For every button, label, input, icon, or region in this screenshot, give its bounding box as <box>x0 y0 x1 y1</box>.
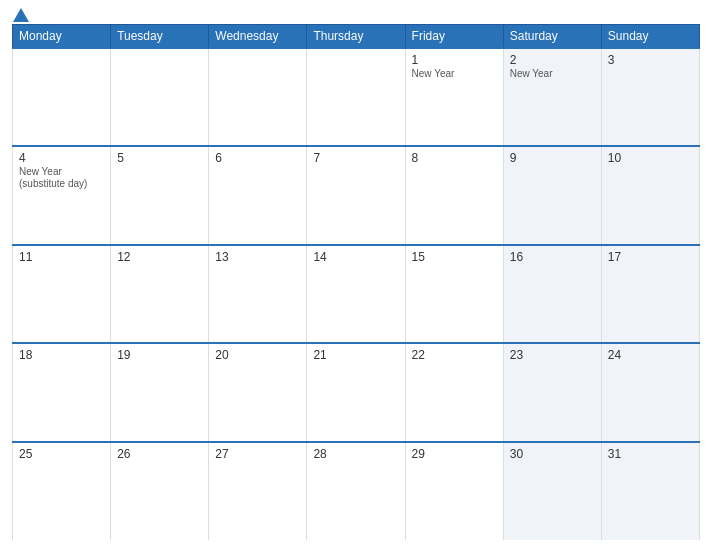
event-label: New Year <box>510 68 595 79</box>
day-number: 24 <box>608 348 693 362</box>
calendar-cell <box>111 48 209 146</box>
weekday-header-wednesday: Wednesday <box>209 25 307 49</box>
calendar-cell: 7 <box>307 146 405 244</box>
day-number: 17 <box>608 250 693 264</box>
day-number: 25 <box>19 447 104 461</box>
calendar-cell: 19 <box>111 343 209 441</box>
weekday-header-thursday: Thursday <box>307 25 405 49</box>
header <box>12 10 700 20</box>
day-number: 1 <box>412 53 497 67</box>
day-number: 26 <box>117 447 202 461</box>
week-row-1: 1New Year2New Year3 <box>13 48 700 146</box>
logo-triangle-icon <box>13 8 29 22</box>
calendar-table: MondayTuesdayWednesdayThursdayFridaySatu… <box>12 24 700 540</box>
day-number: 27 <box>215 447 300 461</box>
day-number: 23 <box>510 348 595 362</box>
calendar-cell: 20 <box>209 343 307 441</box>
calendar-cell: 23 <box>503 343 601 441</box>
day-number: 18 <box>19 348 104 362</box>
day-number: 7 <box>313 151 398 165</box>
event-label: (substitute day) <box>19 178 104 189</box>
logo <box>12 10 29 20</box>
day-number: 2 <box>510 53 595 67</box>
day-number: 28 <box>313 447 398 461</box>
calendar-cell <box>209 48 307 146</box>
calendar-cell: 24 <box>601 343 699 441</box>
weekday-header-monday: Monday <box>13 25 111 49</box>
day-number: 20 <box>215 348 300 362</box>
day-number: 31 <box>608 447 693 461</box>
calendar-cell: 31 <box>601 442 699 540</box>
day-number: 22 <box>412 348 497 362</box>
calendar-cell: 25 <box>13 442 111 540</box>
calendar-cell <box>307 48 405 146</box>
weekday-header-sunday: Sunday <box>601 25 699 49</box>
calendar-cell: 13 <box>209 245 307 343</box>
calendar-cell: 16 <box>503 245 601 343</box>
logo-line1 <box>12 10 29 22</box>
calendar-page: MondayTuesdayWednesdayThursdayFridaySatu… <box>0 0 712 550</box>
week-row-2: 4New Year(substitute day)5678910 <box>13 146 700 244</box>
calendar-cell: 11 <box>13 245 111 343</box>
calendar-cell <box>13 48 111 146</box>
day-number: 5 <box>117 151 202 165</box>
calendar-header: MondayTuesdayWednesdayThursdayFridaySatu… <box>13 25 700 49</box>
calendar-cell: 1New Year <box>405 48 503 146</box>
calendar-cell: 30 <box>503 442 601 540</box>
calendar-cell: 6 <box>209 146 307 244</box>
day-number: 16 <box>510 250 595 264</box>
day-number: 3 <box>608 53 693 67</box>
day-number: 29 <box>412 447 497 461</box>
calendar-cell: 22 <box>405 343 503 441</box>
weekday-header-saturday: Saturday <box>503 25 601 49</box>
day-number: 10 <box>608 151 693 165</box>
calendar-cell: 21 <box>307 343 405 441</box>
calendar-cell: 3 <box>601 48 699 146</box>
day-number: 12 <box>117 250 202 264</box>
weekday-header-tuesday: Tuesday <box>111 25 209 49</box>
week-row-3: 11121314151617 <box>13 245 700 343</box>
day-number: 8 <box>412 151 497 165</box>
calendar-cell: 8 <box>405 146 503 244</box>
day-number: 15 <box>412 250 497 264</box>
calendar-cell: 26 <box>111 442 209 540</box>
weekday-header-friday: Friday <box>405 25 503 49</box>
day-number: 13 <box>215 250 300 264</box>
calendar-cell: 14 <box>307 245 405 343</box>
day-number: 30 <box>510 447 595 461</box>
day-number: 21 <box>313 348 398 362</box>
calendar-cell: 15 <box>405 245 503 343</box>
day-number: 11 <box>19 250 104 264</box>
calendar-body: 1New Year2New Year34New Year(substitute … <box>13 48 700 540</box>
calendar-cell: 27 <box>209 442 307 540</box>
day-number: 9 <box>510 151 595 165</box>
week-row-5: 25262728293031 <box>13 442 700 540</box>
calendar-cell: 2New Year <box>503 48 601 146</box>
calendar-cell: 9 <box>503 146 601 244</box>
calendar-cell: 18 <box>13 343 111 441</box>
event-label: New Year <box>19 166 104 177</box>
week-row-4: 18192021222324 <box>13 343 700 441</box>
calendar-cell: 28 <box>307 442 405 540</box>
calendar-cell: 12 <box>111 245 209 343</box>
day-number: 4 <box>19 151 104 165</box>
calendar-cell: 4New Year(substitute day) <box>13 146 111 244</box>
calendar-cell: 17 <box>601 245 699 343</box>
calendar-cell: 10 <box>601 146 699 244</box>
calendar-cell: 5 <box>111 146 209 244</box>
day-number: 6 <box>215 151 300 165</box>
day-number: 19 <box>117 348 202 362</box>
day-number: 14 <box>313 250 398 264</box>
weekday-row: MondayTuesdayWednesdayThursdayFridaySatu… <box>13 25 700 49</box>
calendar-cell: 29 <box>405 442 503 540</box>
event-label: New Year <box>412 68 497 79</box>
